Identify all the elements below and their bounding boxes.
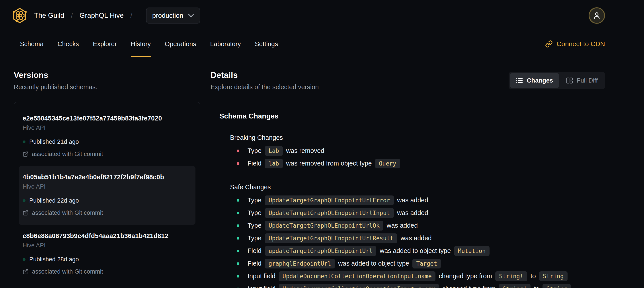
tab-explorer[interactable]: Explorer — [93, 31, 117, 57]
change-code-chip: Mutation — [454, 246, 489, 256]
details-subtitle: Explore details of the selected version — [210, 83, 319, 91]
version-service: Hive API — [22, 124, 192, 131]
target-selector-value: production — [152, 12, 183, 19]
version-hash: e2e55045345ce13fe07f52a77459b83fa3fe7020 — [22, 115, 192, 122]
version-card[interactable]: a823f6db2a55df877dcf406006abca97fcc4858c… — [18, 283, 196, 288]
published-status-text: Published 21d ago — [29, 138, 79, 145]
change-code-chip: Lab — [265, 146, 283, 156]
change-text: Type — [248, 210, 262, 216]
published-status-icon — [22, 258, 26, 261]
versions-title: Versions — [14, 71, 200, 80]
change-item: Input fieldUpdateDocumentCollectionOpera… — [237, 282, 605, 288]
person-icon — [592, 11, 601, 20]
target-selector-dropdown[interactable]: production — [146, 8, 200, 24]
change-code-chip: String — [542, 284, 571, 288]
version-hash: c8b6e88a06793b9c4dfd54aaa21b36a1b421d812 — [22, 232, 192, 240]
change-group-title: Safe Changes — [230, 183, 605, 191]
git-commit-link[interactable]: associated with Git commit — [22, 209, 192, 216]
published-status-icon — [22, 199, 26, 202]
safe-bullet-icon — [237, 199, 239, 202]
change-text: was added to object type — [380, 248, 451, 254]
change-code-chip: UpdateTargetGraphQLEndpointUrlError — [265, 195, 394, 205]
published-status-icon — [22, 140, 26, 143]
change-text: Input field — [248, 285, 276, 288]
change-code-chip: UpdateDocumentCollectionOperationInput.q… — [279, 284, 439, 288]
schema-changes-title: Schema Changes — [220, 112, 605, 120]
git-commit-link[interactable]: associated with Git commit — [22, 151, 192, 158]
hive-logo-icon[interactable] — [12, 8, 27, 24]
changes-view-button[interactable]: Changes — [510, 73, 559, 88]
change-list: TypeUpdateTargetGraphQLEndpointUrlErrorw… — [237, 194, 605, 288]
safe-bullet-icon — [237, 237, 239, 240]
main-nav: SchemaChecksExplorerHistoryOperationsLab… — [0, 31, 644, 57]
details-header: Details Explore details of the selected … — [210, 71, 605, 91]
version-card[interactable]: 4b05ab51b1b4a7e2e4b0ef82172f2b9f7ef98c0b… — [18, 166, 196, 225]
git-commit-label: associated with Git commit — [32, 268, 103, 275]
change-code-chip: lab — [265, 159, 283, 168]
change-item: TypeUpdateTargetGraphQLEndpointUrlErrorw… — [237, 194, 605, 207]
change-code-chip: String! — [495, 271, 527, 281]
change-item: TypeUpdateTargetGraphQLEndpointUrlInputw… — [237, 207, 605, 219]
breadcrumb-separator: / — [71, 12, 73, 20]
details-panel: Details Explore details of the selected … — [210, 71, 605, 288]
external-link-icon — [22, 269, 28, 275]
breadcrumb-org[interactable]: The Guild — [34, 12, 64, 20]
versions-panel: Versions Recently published schemas. e2e… — [14, 71, 200, 288]
change-text: was added — [400, 235, 432, 241]
tab-history[interactable]: History — [131, 31, 151, 57]
versions-list: e2e55045345ce13fe07f52a77459b83fa3fe7020… — [14, 102, 200, 288]
tab-checks[interactable]: Checks — [58, 31, 79, 57]
safe-bullet-icon — [237, 212, 239, 214]
version-status: Published 28d ago — [22, 256, 192, 263]
change-code-chip: UpdateTargetGraphQLEndpointUrlInput — [265, 208, 394, 218]
tab-laboratory[interactable]: Laboratory — [210, 31, 241, 57]
change-text: Type — [248, 197, 262, 203]
change-item: Fieldlabwas removed from object typeQuer… — [237, 157, 605, 170]
version-card[interactable]: c8b6e88a06793b9c4dfd54aaa21b36a1b421d812… — [18, 225, 196, 283]
connect-to-cdn-label: Connect to CDN — [557, 40, 605, 48]
full-diff-view-label: Full Diff — [577, 77, 598, 84]
safe-bullet-icon — [237, 250, 239, 252]
change-text: Field — [248, 260, 262, 267]
change-code-chip: updateTargetGraphQLEndpointUrl — [265, 246, 376, 256]
change-text: changed type from — [439, 273, 492, 279]
breaking-bullet-icon — [237, 162, 239, 165]
tab-operations[interactable]: Operations — [165, 31, 196, 57]
user-avatar-button[interactable] — [588, 7, 605, 24]
top-bar: The Guild / GraphQL Hive / production — [0, 0, 644, 31]
version-status: Published 21d ago — [22, 138, 192, 145]
change-text: changed type from — [442, 285, 496, 288]
version-card[interactable]: e2e55045345ce13fe07f52a77459b83fa3fe7020… — [18, 107, 196, 166]
tab-schema[interactable]: Schema — [20, 31, 44, 57]
version-hash: 4b05ab51b1b4a7e2e4b0ef82172f2b9f7ef98c0b — [22, 173, 192, 181]
change-text: to — [530, 273, 536, 279]
connect-to-cdn-link[interactable]: Connect to CDN — [545, 31, 605, 57]
change-item: TypeUpdateTargetGraphQLEndpointUrlOkwas … — [237, 219, 605, 232]
external-link-icon — [22, 210, 28, 216]
change-code-chip: UpdateTargetGraphQLEndpointUrlResult — [265, 233, 397, 243]
version-status: Published 22d ago — [22, 197, 192, 204]
tab-settings[interactable]: Settings — [255, 31, 278, 57]
change-code-chip: Target — [412, 259, 441, 268]
breadcrumb-project[interactable]: GraphQL Hive — [80, 12, 124, 20]
change-text: Input field — [248, 273, 276, 279]
change-text: was removed from object type — [286, 160, 372, 167]
change-text: was added — [397, 210, 428, 216]
change-group-breaking: Breaking ChangesTypeLabwas removedFieldl… — [210, 134, 605, 170]
change-group-title: Breaking Changes — [230, 134, 605, 141]
schema-change-groups: Breaking ChangesTypeLabwas removedFieldl… — [210, 134, 605, 288]
change-text: was removed — [286, 148, 324, 154]
full-diff-view-button[interactable]: Full Diff — [560, 73, 604, 88]
change-group-safe: Safe ChangesTypeUpdateTargetGraphQLEndpo… — [210, 183, 605, 288]
breaking-bullet-icon — [237, 150, 239, 152]
version-service: Hive API — [22, 242, 192, 249]
git-commit-label: associated with Git commit — [32, 151, 103, 158]
change-code-chip: String! — [499, 284, 531, 288]
change-text: was added — [387, 222, 418, 229]
published-status-text: Published 22d ago — [29, 197, 79, 204]
change-text: Field — [248, 160, 262, 167]
chain-link-icon — [545, 40, 553, 48]
change-item: TypeLabwas removed — [237, 144, 605, 157]
git-commit-link[interactable]: associated with Git commit — [22, 268, 192, 275]
change-code-chip: graphqlEndpointUrl — [265, 259, 335, 268]
